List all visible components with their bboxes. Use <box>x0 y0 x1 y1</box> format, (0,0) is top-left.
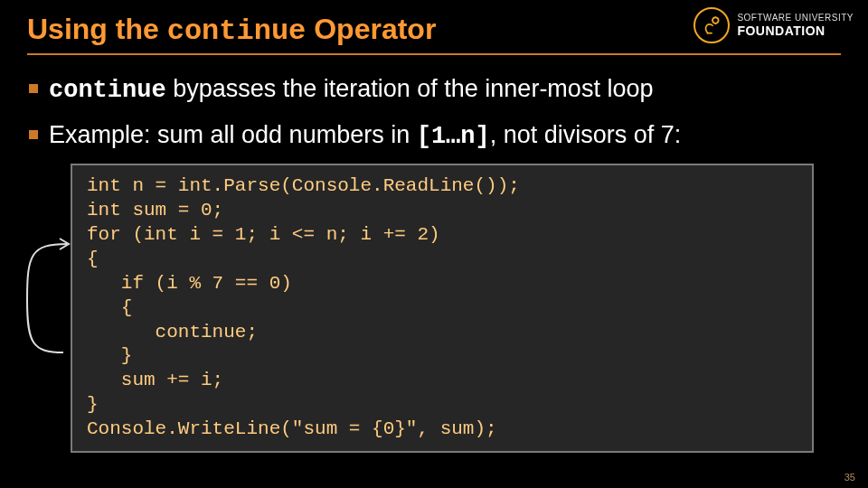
bullet-text: Example: sum all odd numbers in <box>49 121 417 148</box>
bullet-code: [1…n] <box>417 123 490 150</box>
page-number: 35 <box>844 472 855 483</box>
bullet-list: continue bypasses the iteration of the i… <box>27 71 841 155</box>
logo-line1: SOFTWARE UNIVERSITY <box>737 13 854 23</box>
logo-text: SOFTWARE UNIVERSITY FOUNDATION <box>737 13 854 38</box>
title-suffix: Operator <box>306 13 436 45</box>
logo-line2: FOUNDATION <box>737 23 854 38</box>
bullet-keyword: continue <box>49 77 166 104</box>
bullet-item: continue bypasses the iteration of the i… <box>27 71 841 108</box>
logo: SOFTWARE UNIVERSITY FOUNDATION <box>693 7 854 43</box>
title-prefix: Using the <box>27 13 167 45</box>
bullet-text: , not divisors of 7: <box>490 121 682 148</box>
loop-arrow-annotation <box>20 237 74 363</box>
bullet-item: Example: sum all odd numbers in [1…n], n… <box>27 117 841 155</box>
slide-root: SOFTWARE UNIVERSITY FOUNDATION Using the… <box>0 0 868 488</box>
bullet-text: bypasses the iteration of the inner-most… <box>166 75 654 102</box>
title-keyword: continue <box>167 14 307 48</box>
lightbulb-gear-icon <box>693 7 730 43</box>
code-block: int n = int.Parse(Console.ReadLine()); i… <box>71 164 814 453</box>
title-underline <box>27 53 841 55</box>
